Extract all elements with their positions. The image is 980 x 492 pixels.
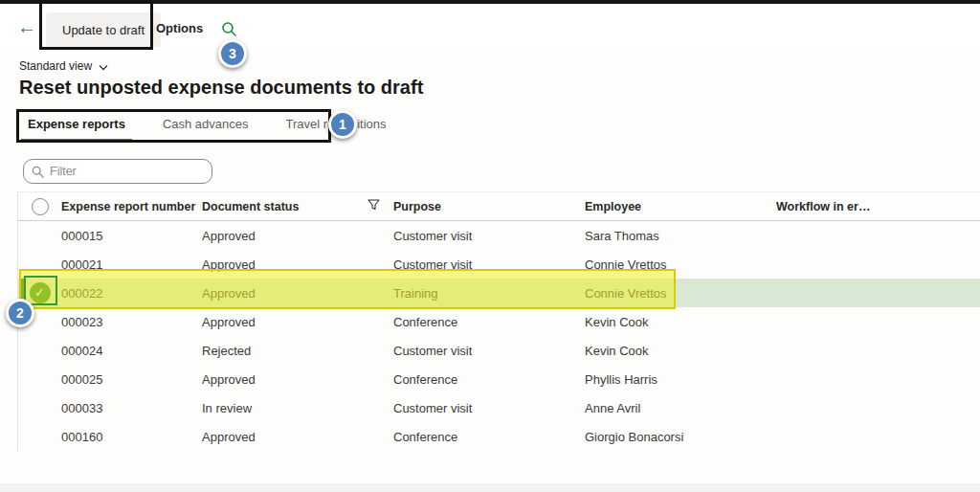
cell-employee: Giorgio Bonacorsi (585, 430, 776, 444)
selected-check-icon: ✓ (30, 282, 51, 303)
cell-expense-report-number: 000022 (61, 286, 202, 301)
cell-employee: Anne Avril (585, 401, 776, 415)
grid-body: 000015 Approved Customer visit Sara Thom… (18, 221, 980, 451)
cell-document-status: Approved (202, 372, 393, 387)
filter-input[interactable] (50, 165, 204, 178)
column-header-employee[interactable]: Employee (585, 200, 776, 213)
tab-travel-requisitions[interactable]: Travel requisitions (278, 113, 395, 142)
tab-bar: Expense reports Cash advances Travel req… (19, 113, 395, 142)
grid-header-row: Expense report number↑ Document status P… (18, 191, 980, 221)
cell-purpose: Conference (393, 372, 585, 387)
table-row[interactable]: 000021 Approved Customer visit Connie Vr… (18, 250, 980, 279)
cell-purpose: Conference (393, 315, 585, 329)
cell-purpose: Training (393, 286, 585, 301)
bottom-bar (0, 483, 980, 492)
column-header-document-status[interactable]: Document status (202, 199, 393, 213)
cell-document-status: In review (202, 401, 393, 415)
expense-reports-grid: Expense report number↑ Document status P… (17, 191, 980, 451)
tab-cash-advances[interactable]: Cash advances (154, 113, 257, 142)
cell-expense-report-number: 000023 (61, 315, 202, 329)
filter-field[interactable] (23, 159, 212, 184)
app-window: ← Update to draft Options Standard view … (0, 0, 980, 492)
column-header-expense-report-number[interactable]: Expense report number↑ (61, 200, 202, 213)
cell-document-status: Approved (202, 430, 393, 444)
cell-purpose: Customer visit (393, 257, 585, 272)
table-row[interactable]: 000160 Approved Conference Giorgio Bonac… (18, 422, 980, 451)
cell-purpose: Customer visit (393, 401, 585, 415)
cell-document-status: Approved (202, 286, 393, 301)
cell-purpose: Conference (393, 430, 585, 444)
view-selector[interactable]: Standard view (19, 59, 108, 73)
view-selector-label: Standard view (19, 59, 92, 73)
table-row[interactable]: 000025 Approved Conference Phyllis Harri… (18, 365, 980, 393)
table-row[interactable]: 000015 Approved Customer visit Sara Thom… (18, 221, 980, 250)
action-pane: ← Update to draft Options (0, 4, 980, 48)
row-select-cell[interactable]: ✓ (18, 282, 61, 303)
column-header-purpose[interactable]: Purpose (393, 200, 585, 213)
cell-purpose: Customer visit (393, 229, 585, 243)
table-row[interactable]: 000024 Rejected Customer visit Kevin Coo… (18, 336, 980, 365)
select-all-checkbox[interactable] (32, 198, 49, 215)
filter-search-icon (32, 166, 44, 178)
cell-expense-report-number: 000021 (61, 257, 202, 272)
cell-expense-report-number: 000033 (61, 401, 202, 415)
cell-expense-report-number: 000025 (61, 372, 202, 387)
cell-document-status: Approved (202, 315, 393, 329)
table-row[interactable]: ✓ 000022 Approved Training Connie Vretto… (18, 279, 980, 307)
cell-expense-report-number: 000024 (61, 344, 202, 358)
cell-purpose: Customer visit (393, 344, 585, 358)
page-title: Reset unposted expense documents to draf… (19, 77, 423, 99)
cell-employee: Phyllis Harris (585, 372, 776, 387)
cell-expense-report-number: 000015 (61, 229, 202, 243)
update-to-draft-button[interactable]: Update to draft (46, 12, 161, 47)
table-row[interactable]: 000023 Approved Conference Kevin Cook (18, 307, 980, 336)
cell-employee: Connie Vrettos (585, 257, 776, 272)
column-header-workflow[interactable]: Workflow in er… (776, 200, 980, 213)
cell-employee: Connie Vrettos (585, 286, 776, 301)
back-button[interactable]: ← (13, 13, 40, 40)
cell-employee: Kevin Cook (585, 315, 776, 329)
options-menu[interactable]: Options (156, 21, 203, 35)
chevron-down-icon (99, 64, 108, 71)
cell-document-status: Approved (202, 229, 393, 243)
cell-employee: Sara Thomas (585, 229, 776, 243)
cell-document-status: Approved (202, 257, 393, 272)
cell-expense-report-number: 000160 (61, 430, 202, 444)
table-row[interactable]: 000033 In review Customer visit Anne Avr… (18, 393, 980, 422)
cell-document-status: Rejected (202, 344, 393, 358)
tab-expense-reports[interactable]: Expense reports (19, 113, 134, 142)
search-icon[interactable] (221, 21, 237, 37)
select-all-cell (18, 198, 61, 215)
cell-employee: Kevin Cook (585, 344, 776, 358)
filter-funnel-icon[interactable] (368, 199, 380, 213)
